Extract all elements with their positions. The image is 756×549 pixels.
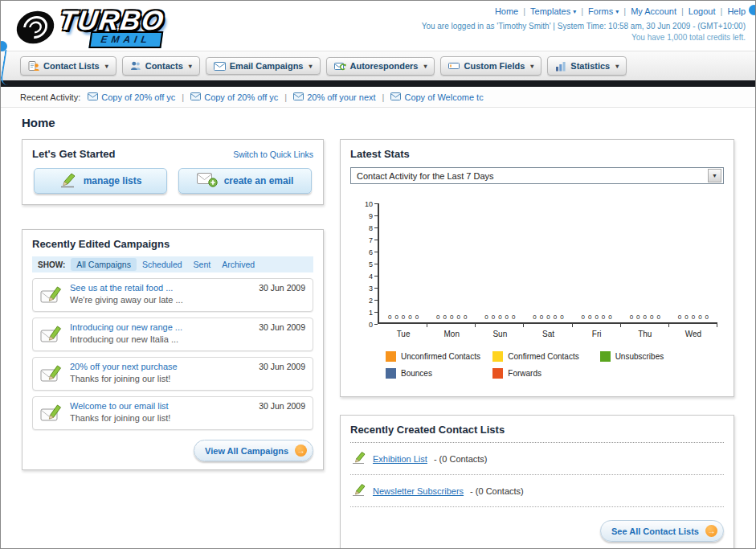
top-link-templates[interactable]: Templates▾ (530, 6, 576, 16)
filter-scheduled[interactable]: Scheduled (137, 258, 188, 271)
email-campaigns-icon (214, 62, 226, 71)
x-axis-label: Sat (524, 327, 572, 338)
top-link-label: Forms (588, 6, 613, 16)
campaign-title-link[interactable]: Introducing our new range ... (70, 322, 251, 332)
recent-activity-item[interactable]: Copy of Welcome tc (390, 92, 483, 102)
filter-all-campaigns[interactable]: All Campaigns (71, 258, 137, 271)
legend-swatch (386, 351, 396, 362)
bar-group-sun: 00000 (476, 203, 524, 322)
envelope-pencil-icon (40, 322, 63, 346)
bar-value-label: 0 (492, 313, 495, 322)
contact-list-row: Newsletter Subscribers- (0 Contacts) (350, 475, 724, 507)
chevron-down-icon: ▼ (708, 169, 721, 182)
bar-value-label: 0 (636, 313, 640, 322)
stats-period-value: Contact Activity for the Last 7 Days (357, 171, 494, 181)
top-link-forms[interactable]: Forms▾ (588, 6, 619, 16)
logo[interactable]: TURBO EMAIL (12, 4, 167, 51)
top-link-my-account[interactable]: My Account (631, 6, 676, 16)
x-axis-label: Thu (621, 327, 669, 338)
recent-activity-item[interactable]: 20% off your next (293, 92, 375, 102)
y-tick-label: 8 (360, 222, 378, 234)
top-link-help[interactable]: Help (727, 6, 746, 16)
manage-lists-label: manage lists (84, 175, 142, 186)
contact-list-link[interactable]: Exhibition List (373, 454, 427, 464)
chevron-down-icon: ▾ (615, 8, 619, 15)
legend-label: Confirmed Contacts (508, 352, 578, 361)
recent-activity-link[interactable]: Copy of 20% off yc (204, 92, 278, 102)
bar-group-tue: 00000 (379, 203, 427, 322)
contact-list-row: Exhibition List- (0 Contacts) (350, 443, 724, 475)
tab-autoresponders[interactable]: Autoresponders▾ (326, 57, 435, 76)
legend-swatch (600, 351, 611, 362)
chart-x-labels: TueMonSunSatFriThuWed (379, 327, 717, 338)
recent-activity-item[interactable]: Copy of 20% off yc (88, 92, 175, 102)
contact-list-link[interactable]: Newsletter Subscribers (373, 486, 464, 496)
bar-group-fri: 00000 (573, 203, 621, 322)
bar-value-label: 0 (698, 313, 701, 322)
nav-separator: | (581, 6, 583, 16)
tab-custom-fields[interactable]: Custom Fields▾ (440, 56, 541, 76)
x-axis-label: Tue (379, 327, 427, 338)
create-email-button[interactable]: create an email (178, 168, 312, 194)
separator: | (284, 92, 287, 102)
bar-value-label: 0 (560, 313, 563, 322)
campaign-title-link[interactable]: See us at the retail food ... (70, 283, 251, 293)
view-all-campaigns-button[interactable]: View All Campaigns → (194, 440, 313, 461)
y-tick-label: 0 (360, 318, 378, 330)
y-tick-label: 7 (360, 234, 378, 246)
bar-value-label: 0 (512, 313, 515, 322)
y-tick-label: 2 (360, 294, 378, 306)
chevron-down-icon: ▾ (423, 63, 427, 70)
filter-archived[interactable]: Archived (216, 258, 260, 271)
recent-activity-link[interactable]: Copy of 20% off yc (101, 92, 175, 102)
bar-value-label: 0 (464, 313, 467, 322)
get-started-panel: Let's Get Started Switch to Quick Links … (22, 139, 324, 205)
bar-value-label: 0 (630, 313, 633, 322)
top-link-label: My Account (631, 6, 676, 16)
tab-contact-lists[interactable]: Contact Lists▾ (20, 56, 116, 76)
view-all-campaigns-label: View All Campaigns (205, 446, 288, 456)
logo-title: TURBO (58, 6, 167, 34)
bar-value-label: 0 (415, 313, 419, 322)
top-nav: Home|Templates▾|Forms▾|My Account|Logout… (422, 6, 746, 16)
filter-sent[interactable]: Sent (188, 258, 217, 271)
manage-lists-button[interactable]: manage lists (34, 168, 167, 194)
bar-value-label: 0 (436, 313, 439, 322)
x-axis-label: Mon (427, 327, 476, 338)
latest-stats-title: Latest Stats (350, 148, 724, 160)
tab-label: Contact Lists (43, 61, 100, 71)
campaigns-panel: Recently Edited Campaigns SHOW: All Camp… (22, 229, 324, 470)
see-all-contact-lists-button[interactable]: See All Contact Lists → (600, 520, 724, 542)
main-nav-tabs: Contact Lists▾Contacts▾Email Campaigns▾A… (1, 51, 755, 80)
legend-label: Forwards (508, 369, 541, 378)
tab-contacts[interactable]: Contacts▾ (122, 56, 200, 76)
campaign-subtitle: Thanks for joining our list! (70, 413, 251, 423)
contact-lists-panel: Recently Created Contact Lists Exhibitio… (340, 415, 734, 549)
decorative-dot-icon (749, 5, 756, 15)
y-tick-label: 1 (360, 306, 378, 318)
campaign-row: 20% off your next purchaseThanks for joi… (32, 357, 313, 391)
chart-y-axis: 109876543210 (360, 198, 378, 333)
campaign-date: 30 Jun 2009 (259, 401, 305, 425)
y-tick-label: 9 (360, 210, 378, 222)
tab-statistics[interactable]: Statistics▾ (547, 56, 627, 76)
show-label: SHOW: (38, 260, 65, 269)
envelope-icon (390, 92, 401, 102)
x-axis-label: Wed (669, 327, 717, 338)
contact-activity-chart: 1098765432100000000000000000000000000000… (350, 203, 724, 338)
campaign-title-link[interactable]: Welcome to our email list (70, 401, 251, 411)
legend-item-unsubscribes: Unsubscribes (600, 351, 707, 362)
envelope-icon (293, 92, 304, 102)
separator: | (182, 92, 184, 102)
legend-label: Unconfirmed Contacts (401, 352, 480, 361)
tab-email-campaigns[interactable]: Email Campaigns▾ (206, 57, 321, 75)
chevron-down-icon: ▾ (105, 63, 108, 70)
switch-quick-links-link[interactable]: Switch to Quick Links (233, 150, 313, 159)
stats-period-dropdown[interactable]: Contact Activity for the Last 7 Days ▼ (350, 167, 724, 184)
recent-activity-item[interactable]: Copy of 20% off yc (190, 92, 278, 102)
recent-activity-link[interactable]: 20% off your next (307, 92, 375, 102)
top-link-home[interactable]: Home (495, 6, 518, 16)
recent-activity-link[interactable]: Copy of Welcome tc (404, 92, 483, 102)
campaign-title-link[interactable]: 20% off your next purchase (70, 362, 251, 371)
top-link-logout[interactable]: Logout (689, 6, 716, 16)
